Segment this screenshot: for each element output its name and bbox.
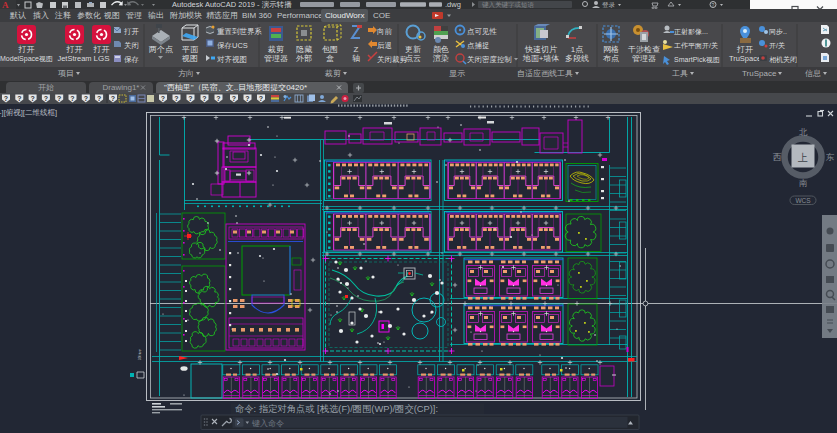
svg-text:打开: 打开 [123, 27, 140, 36]
svg-text:关闭裁剪: 关闭裁剪 [377, 55, 408, 64]
svg-text:点云: 点云 [405, 54, 421, 63]
svg-text:LGS: LGS [93, 54, 109, 63]
svg-text:布点: 布点 [603, 54, 619, 63]
svg-text:?: ? [4, 95, 8, 102]
svg-text:轴: 轴 [352, 54, 360, 63]
svg-text:350地平: 350地平 [138, 349, 142, 360]
svg-text:关闭: 关闭 [124, 41, 139, 50]
svg-text:?: ? [44, 95, 48, 102]
svg-text:?: ? [97, 95, 101, 102]
svg-text:上: 上 [797, 152, 808, 163]
svg-text:管理器: 管理器 [632, 54, 656, 63]
svg-text:保存: 保存 [124, 55, 140, 64]
svg-text:[-][俯视][二维线框]: [-][俯视][二维线框] [0, 108, 57, 117]
svg-text:?: ? [57, 95, 61, 102]
svg-text:渲染: 渲染 [432, 54, 449, 63]
svg-text:?: ? [202, 95, 206, 102]
svg-text:同步..: 同步.. [769, 28, 787, 36]
svg-text:两个点: 两个点 [148, 45, 173, 54]
svg-text:?: ? [259, 95, 263, 102]
svg-text:?: ? [161, 95, 165, 102]
svg-text:保存UCS: 保存UCS [217, 41, 248, 50]
svg-text:南: 南 [799, 178, 808, 188]
svg-text:命令: 指定对角点或 [栈选(F)/圈围(WP)/圈交(CP: 命令: 指定对角点或 [栈选(F)/圈围(WP)/圈交(CP)]: [235, 404, 438, 414]
svg-text:对齐视图: 对齐视图 [217, 55, 247, 64]
svg-text:正射影像...: 正射影像... [674, 28, 708, 36]
svg-text:北: 北 [799, 127, 808, 137]
svg-text:相机关闭: 相机关闭 [769, 55, 797, 64]
svg-text:开/关: 开/关 [769, 41, 785, 49]
svg-text:WCS: WCS [795, 197, 811, 204]
svg-text:Autodesk AutoCAD 2019 - 演示转播: Autodesk AutoCAD 2019 - 演示转播 [172, 0, 292, 9]
svg-text:TruSpace: TruSpace [729, 54, 761, 63]
svg-text:?: ? [84, 95, 88, 102]
svg-text:?: ? [188, 95, 192, 102]
svg-text:?: ? [70, 95, 74, 102]
svg-text:关闭密度控制: 关闭密度控制 [467, 55, 512, 64]
svg-text:键入命令: 键入命令 [251, 419, 284, 428]
svg-text:JetStream: JetStream [57, 54, 91, 63]
svg-text:多段线: 多段线 [565, 54, 589, 63]
svg-text:?: ? [216, 95, 220, 102]
svg-text:管理器: 管理器 [264, 54, 288, 63]
svg-text:向前: 向前 [377, 27, 393, 36]
svg-text:?: ? [232, 95, 236, 102]
svg-text:ModelSpace视图: ModelSpace视图 [0, 55, 53, 63]
svg-text:?: ? [712, 2, 715, 8]
svg-text:西: 西 [773, 152, 782, 162]
svg-text:?: ? [111, 95, 115, 102]
svg-text:?: ? [17, 95, 21, 102]
svg-text:盒: 盒 [326, 54, 334, 63]
svg-text:.dwg: .dwg [445, 0, 461, 9]
svg-text:点可见性: 点可见性 [467, 27, 498, 36]
svg-text:点捕捉: 点捕捉 [467, 41, 490, 50]
svg-text:东: 东 [826, 152, 835, 162]
svg-text:外部: 外部 [296, 54, 312, 63]
svg-text:工作平面开/关: 工作平面开/关 [674, 41, 718, 50]
svg-text:?: ? [174, 95, 178, 102]
svg-text:后退: 后退 [377, 41, 392, 50]
svg-text:?: ? [30, 95, 34, 102]
svg-text:打开: 打开 [18, 45, 35, 54]
svg-text:?: ? [245, 95, 249, 102]
svg-text:地面+墙体: 地面+墙体 [522, 54, 560, 63]
svg-text:键入关键字或短语: 键入关键字或短语 [481, 1, 535, 9]
svg-text:A: A [2, 0, 9, 9]
svg-text:视图: 视图 [181, 54, 198, 63]
svg-text:重置到世界系: 重置到世界系 [217, 27, 263, 36]
svg-text:SmartPick视图: SmartPick视图 [674, 56, 720, 64]
svg-text:登录: 登录 [602, 1, 616, 9]
